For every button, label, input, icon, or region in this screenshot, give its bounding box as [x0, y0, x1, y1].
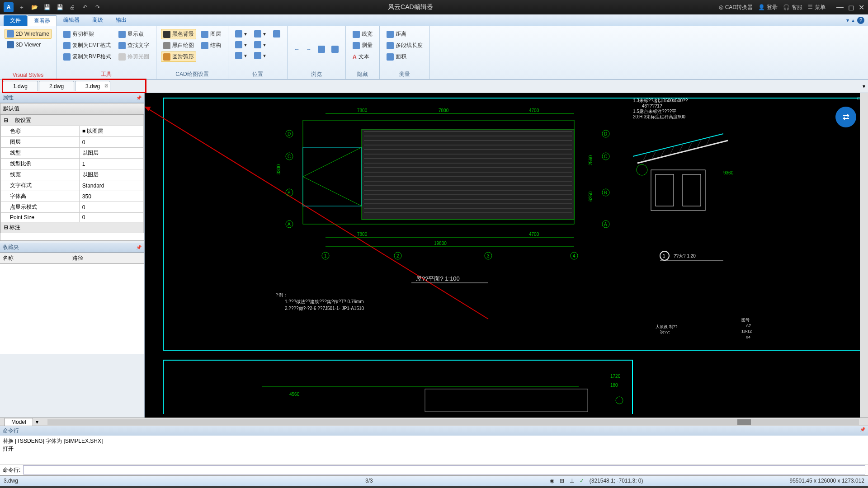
prop-row-ptsize: Point Size0 [1, 213, 144, 222]
measure-button[interactable]: 测量 [350, 40, 375, 51]
pos3-button[interactable]: ▾ [233, 51, 249, 61]
command-header: 命令行📌 [0, 426, 868, 436]
findtext-button[interactable]: 查找文字 [116, 40, 151, 51]
close-icon[interactable]: ✕ [859, 3, 864, 12]
property-grid[interactable]: ⊟ 一般设置 色彩■ 以图层 图层0 线型以图层 线型比例1 线宽以图层 文字样… [0, 114, 144, 241]
struct-button[interactable]: 结构 [199, 40, 223, 51]
pan-button[interactable] [271, 29, 283, 39]
service-button[interactable]: 🎧客服 [783, 4, 802, 11]
menubar-help: ▾ ▴ ? [846, 14, 868, 26]
cad-converter-button[interactable]: ◎CAD转换器 [719, 4, 753, 11]
file-tab-2[interactable]: 2.dwg [39, 81, 74, 91]
br1-button[interactable] [316, 29, 327, 70]
drawing-canvas[interactable]: — ▭ ✕ ⇄ D C B A D C [145, 93, 868, 418]
command-input[interactable] [23, 465, 865, 474]
pin-icon[interactable]: 📌 [860, 427, 865, 435]
br2-button[interactable] [329, 29, 341, 70]
tab-viewer[interactable]: 查看器 [27, 15, 57, 26]
blackbg-button[interactable]: 黑色背景 [161, 29, 196, 39]
pan-icon [273, 30, 280, 38]
zoom3-button[interactable]: ▾ [252, 51, 268, 61]
ribbon-group-hide: 线宽 测量 A文本 隐藏 [346, 26, 380, 79]
status-icon-2[interactable]: ⊞ [560, 478, 564, 484]
pos2-button[interactable]: ▾ [233, 40, 249, 50]
undo-icon[interactable]: ↶ [80, 3, 90, 12]
model-tab-dropdown-icon[interactable]: ▾ [36, 419, 38, 425]
expand-icon[interactable]: ▴ [852, 17, 854, 23]
drawing-frame-1 [163, 98, 863, 351]
wireframe-button[interactable]: 2D Wireframe [5, 29, 52, 39]
close-tab-icon[interactable]: ⊠ [104, 83, 108, 88]
br1-icon [318, 46, 325, 53]
new-icon[interactable]: ＋ [17, 3, 26, 12]
main-area: 属性📌 默认值 ⊟ 一般设置 色彩■ 以图层 图层0 线型以图层 线型比例1 线… [0, 93, 868, 418]
tabs-dropdown-icon[interactable]: ▾ [863, 83, 865, 89]
login-button[interactable]: 👤登录 [758, 4, 778, 11]
status-icon-3[interactable]: ⊥ [570, 478, 574, 484]
measure-label: 测量 [362, 42, 373, 49]
ribbon-group-browse: ← → 浏览 [288, 26, 346, 79]
save-icon[interactable]: 💾 [42, 3, 52, 12]
model-tab[interactable]: Model [5, 418, 33, 426]
vertical-scrollbar[interactable] [860, 93, 868, 418]
tab-advanced[interactable]: 高级 [86, 14, 109, 26]
command-log[interactable]: 替换 [TSSDENG] 字体为 [SIMPLEX.SHX] 打开 [0, 436, 868, 464]
favorites-panel: 收藏夹📌 名称 路径 [0, 243, 144, 354]
wireframe-label: 2D Wireframe [16, 31, 49, 37]
horizontal-scrollbar[interactable] [47, 419, 859, 425]
tab-editor[interactable]: 编辑器 [57, 14, 86, 26]
favorites-list[interactable] [0, 264, 144, 354]
properties-panel-header: 属性📌 [0, 93, 144, 103]
file-tab-3[interactable]: 3.dwg⊠ [75, 81, 110, 91]
clip-button[interactable]: 剪切框架 [61, 29, 113, 39]
prop-row-ptdisp: 点显示模式0 [1, 202, 144, 213]
minimize-icon[interactable]: — [836, 3, 844, 12]
open-icon[interactable]: 📂 [30, 3, 39, 12]
pin-icon[interactable]: 📌 [136, 95, 142, 100]
linew-button[interactable]: 线宽 [350, 29, 375, 39]
fwd-button[interactable]: → [304, 29, 314, 70]
viewer3d-button[interactable]: 3D Viewer [5, 40, 52, 50]
area-button[interactable]: 面积 [384, 52, 425, 62]
help-icon[interactable]: ? [857, 17, 864, 24]
zoom3-icon [254, 52, 261, 59]
command-title: 命令行 [3, 427, 19, 435]
back-button[interactable]: ← [292, 29, 302, 70]
polylen-button[interactable]: 多段线长度 [384, 40, 425, 51]
bmp-button[interactable]: 复制为BMP格式 [61, 52, 113, 62]
trim-button[interactable]: 修剪光圈 [116, 52, 151, 62]
default-header[interactable]: 默认值 [0, 103, 144, 114]
zoom1-button[interactable]: ▾ [252, 29, 268, 39]
text-button[interactable]: A文本 [350, 52, 375, 62]
tab-file[interactable]: 文件 [4, 15, 27, 26]
group-label-hide: 隐藏 [350, 70, 375, 78]
redo-icon[interactable]: ↷ [93, 3, 102, 12]
file-tab-2-label: 2.dwg [49, 83, 64, 89]
pos1-button[interactable]: ▾ [233, 29, 249, 39]
title-bar: A ＋ 📂 💾 💾 🖨 ↶ ↷ 风云CAD编辑器 ◎CAD转换器 👤登录 🎧客服… [0, 0, 868, 14]
status-icon-1[interactable]: ◉ [550, 478, 554, 484]
print-icon[interactable]: 🖨 [68, 3, 77, 12]
layer-button[interactable]: 图层 [199, 29, 223, 39]
dist-button[interactable]: 距离 [384, 29, 425, 39]
status-icon-4[interactable]: ✓ [580, 478, 584, 484]
menu-button[interactable]: ☰菜单 [808, 4, 826, 11]
properties-title: 属性 [3, 94, 14, 102]
pin-icon[interactable]: 📌 [136, 245, 142, 250]
zoom2-icon [254, 41, 261, 48]
prop-row-textstyle: 文字样式Standard [1, 180, 144, 191]
dropdown-icon[interactable]: ▾ [846, 17, 849, 23]
ribbon-group-tools: 剪切框架 复制为EMF格式 复制为BMP格式 显示点 查找文字 修剪光圈 工具 [57, 26, 156, 79]
saveas-icon[interactable]: 💾 [55, 3, 64, 12]
bw-button[interactable]: 黑白绘图 [161, 40, 196, 51]
zoom2-button[interactable]: ▾ [252, 40, 268, 50]
arc-button[interactable]: 圆滑弧形 [161, 52, 196, 62]
dist-label: 距离 [396, 30, 406, 38]
maximize-icon[interactable]: ◻ [848, 3, 854, 12]
bmp-label: 复制为BMP格式 [72, 53, 111, 61]
file-tab-1[interactable]: 1.dwg [3, 81, 38, 91]
file-tabs: 1.dwg 2.dwg 3.dwg⊠ ▾ [0, 80, 868, 93]
tab-output[interactable]: 输出 [109, 14, 133, 26]
emf-button[interactable]: 复制为EMF格式 [61, 40, 113, 51]
showpt-button[interactable]: 显示点 [116, 29, 151, 39]
